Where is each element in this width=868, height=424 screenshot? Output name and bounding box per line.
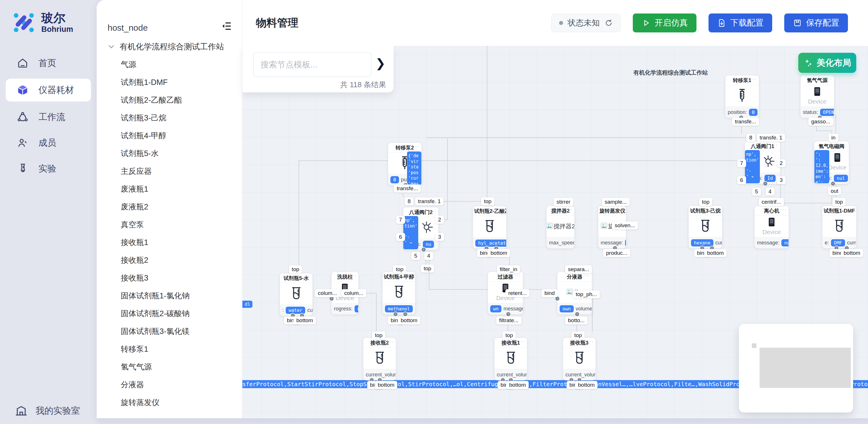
sidebar-item-instruments[interactable]: 仪器耗材: [6, 79, 91, 101]
node-menu-icon[interactable]: ···: [350, 273, 356, 278]
prop-value-badge[interactable]: own: [560, 305, 574, 312]
node-menu-icon[interactable]: ···: [848, 207, 855, 213]
node-menu-icon[interactable]: ···: [587, 338, 594, 344]
port-handle[interactable]: ›: [393, 311, 398, 317]
node-menu-icon[interactable]: ···: [566, 207, 572, 213]
sidebar-item-my-lab[interactable]: 我的实验室: [0, 404, 97, 417]
port-handle[interactable]: ›: [763, 181, 768, 186]
flow-node-eight-way-valve-1[interactable]: 八通阀门1···status:Idnp', tion': '· ' ⌁›: [745, 141, 780, 184]
port-handle[interactable]: ›: [403, 311, 408, 317]
download-config-button[interactable]: 下载配置: [709, 13, 772, 32]
prop-value-badge[interactable]: ‒: [625, 239, 626, 246]
node-menu-icon[interactable]: ···: [518, 338, 525, 344]
valve-icon: [420, 219, 435, 236]
tree-item[interactable]: 真空泵: [97, 216, 242, 234]
port-handle[interactable]: ›: [506, 311, 511, 317]
beaker-icon: [372, 350, 388, 367]
node-menu-icon[interactable]: ···: [840, 142, 847, 148]
tree-item[interactable]: 固体试剂瓶2-碳酸钠: [97, 305, 242, 323]
prop-value-badge[interactable]: null: [354, 305, 358, 312]
flow-node-reagent-bottle-3[interactable]: 试剂瓶3-己烷···hexanecurrent_v››: [688, 206, 722, 248]
save-config-button[interactable]: 保存配置: [784, 13, 848, 32]
prop-value-badge[interactable]: OPEN: [820, 109, 834, 116]
sidebar-item-experiments[interactable]: 实验: [0, 157, 97, 180]
chevron-down-icon[interactable]: [107, 42, 116, 51]
tree-item[interactable]: 试剂瓶5-水: [97, 145, 242, 162]
flow-node-transfer-pump-2[interactable]: 转移泵2···0pump_info:{'de 'vir 'sta 'pos 'c…: [388, 143, 422, 185]
node-menu-icon[interactable]: ···: [514, 273, 521, 278]
node-menu-icon[interactable]: ···: [825, 76, 832, 82]
start-simulation-button[interactable]: 开启仿真: [633, 13, 696, 32]
flow-node-receiver-bottle-3[interactable]: 接收瓶3···current_volume:0››: [563, 338, 596, 380]
port-handle[interactable]: ›: [421, 247, 426, 252]
chevron-right-icon[interactable]: ❯: [375, 57, 385, 69]
node-menu-icon[interactable]: ···: [713, 207, 720, 213]
flow-node-receiver-bottle-1[interactable]: 接收瓶1···current_volume:0››: [494, 338, 527, 380]
tree-item[interactable]: 固体试剂瓶1-氯化钠: [97, 287, 242, 305]
tree-item[interactable]: 旋转蒸发仪: [97, 394, 242, 412]
tree-item[interactable]: 气源: [97, 56, 242, 73]
port-handle[interactable]: ›: [830, 181, 836, 186]
node-body: [280, 283, 312, 304]
tree-item[interactable]: 废液瓶1: [97, 180, 242, 198]
search-input[interactable]: [253, 52, 371, 77]
prop-value-badge[interactable]: nul: [834, 175, 848, 182]
collapse-panel-icon[interactable]: [221, 21, 232, 32]
refresh-icon[interactable]: [604, 19, 613, 27]
tree-item[interactable]: 氢气气源: [97, 358, 242, 376]
flow-canvas[interactable]: 有机化学流程综合测试工作站 转移泵1···position:0pump›氢气气源…: [242, 46, 868, 418]
node-menu-icon[interactable]: ···: [750, 76, 757, 82]
prop-value-badge[interactable]: methanol: [385, 305, 413, 312]
tree-item[interactable]: 转移泵1: [97, 340, 242, 358]
flow-node-stirrer-2[interactable]: 搅拌器2···搅拌器2max_speed:2000: [547, 206, 575, 248]
prop-value-badge[interactable]: nu: [423, 241, 434, 248]
sidebar-item-members[interactable]: 成员: [0, 131, 97, 154]
prop-value-badge[interactable]: water: [286, 307, 305, 314]
flow-node-centrifuge[interactable]: 离心机···Devicemessage:nullma: [754, 206, 789, 248]
flow-node-receiver-bottle-2[interactable]: 接收瓶2···current_volume:0››: [363, 338, 396, 380]
node-menu-icon[interactable]: ···: [413, 144, 420, 149]
node-menu-icon[interactable]: ···: [771, 142, 778, 148]
node-menu-icon[interactable]: ···: [406, 273, 413, 278]
tree-item[interactable]: 试剂瓶1-DMF: [97, 73, 242, 91]
flow-node-eight-way-valve-2[interactable]: 八通阀门2···status:nunp', tion': '· ' ⌁›: [403, 207, 439, 250]
tree-item[interactable]: 试剂瓶3-己烷: [97, 109, 242, 127]
tree-item[interactable]: 接收瓶1: [97, 234, 242, 251]
prop-value-badge[interactable]: null: [781, 239, 788, 246]
port-handle[interactable]: ›: [575, 311, 580, 317]
prop-value-badge[interactable]: hexane: [691, 239, 713, 246]
flow-node-hydrogen-gas-source[interactable]: 氢气气源···Devicestatus:OPEN›: [800, 75, 834, 118]
flow-node-transfer-pump-1[interactable]: 转移泵1···position:0pump›: [725, 75, 759, 118]
beautify-layout-button[interactable]: 美化布局: [798, 53, 856, 73]
tree-item[interactable]: 接收瓶3: [97, 269, 242, 287]
tree-item[interactable]: 试剂瓶4-甲醇: [97, 127, 242, 145]
node-menu-icon[interactable]: ···: [387, 338, 394, 344]
node-menu-icon[interactable]: ···: [430, 208, 437, 214]
tree-node-workstation[interactable]: 有机化学流程综合测试工作站: [97, 38, 242, 56]
tree-item[interactable]: 试剂瓶2-乙酸乙酯: [97, 91, 242, 109]
prop-value-badge[interactable]: DMF: [831, 239, 845, 246]
sidebar-item-workflow[interactable]: 工作流: [0, 105, 97, 128]
tree-item[interactable]: 主反应器: [97, 162, 242, 180]
flow-node-reagent-bottle-2[interactable]: 试剂瓶2-乙酸乙酯···hyl_acetatecurre››: [473, 206, 506, 248]
tree-item[interactable]: 废液瓶2: [97, 198, 242, 216]
prop-value-badge[interactable]: wn: [490, 305, 501, 312]
prop-value-badge[interactable]: Id: [765, 175, 776, 182]
node-menu-icon[interactable]: ···: [780, 207, 787, 213]
minimap-viewport[interactable]: [760, 348, 851, 388]
node-menu-icon[interactable]: ···: [617, 207, 624, 213]
prop-value-badge[interactable]: 0: [391, 176, 399, 183]
prop-value-badge[interactable]: hyl_acetate: [475, 240, 506, 247]
tree-item[interactable]: 分液器: [97, 376, 242, 394]
tree-item[interactable]: 接收瓶2: [97, 251, 242, 269]
flow-node-hydrogen-solenoid-valve[interactable]: 氢气电磁阀···Devicestatus:nul': ': 12.0, ime'…: [814, 141, 849, 184]
flow-node-reagent-bottle-5[interactable]: 试剂瓶5-水···:watercurrent_v››: [280, 273, 313, 315]
sidebar-item-home[interactable]: 首页: [0, 52, 97, 74]
flow-node-reagent-bottle-1[interactable]: 试剂瓶1-DMF···e:DMFcurrent_vol››: [822, 206, 857, 248]
flow-node-reagent-bottle-4[interactable]: 试剂瓶4-甲醇···methanolcurrent_››: [382, 272, 415, 314]
tree-item[interactable]: 固体试剂瓶3-氯化镁: [97, 323, 242, 340]
node-menu-icon[interactable]: ···: [304, 274, 311, 280]
node-menu-icon[interactable]: ···: [498, 207, 504, 213]
node-menu-icon[interactable]: ···: [583, 273, 590, 278]
prop-value-badge[interactable]: 0: [749, 109, 757, 116]
